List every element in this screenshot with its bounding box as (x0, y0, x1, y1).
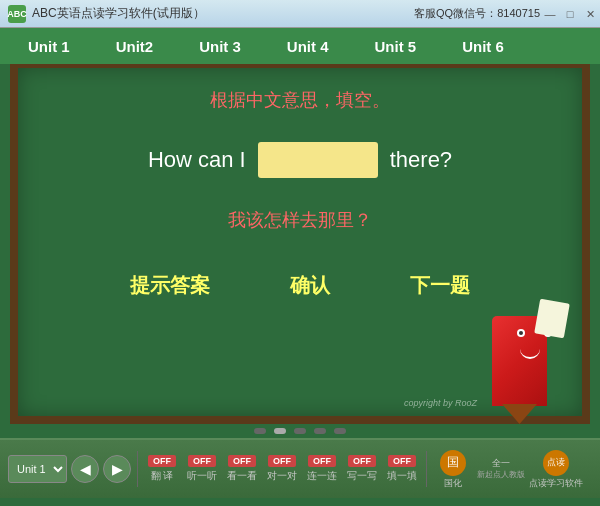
listen-button[interactable]: OFF 听一听 (184, 447, 220, 491)
translation-text: 我该怎样去那里？ (228, 208, 372, 232)
tab-unit6[interactable]: Unit 6 (454, 34, 512, 59)
look-toggle: OFF (228, 455, 256, 467)
next-button[interactable]: ▶ (103, 455, 131, 483)
minimize-button[interactable]: — (540, 0, 560, 28)
separator-2 (426, 451, 427, 487)
match-toggle: OFF (268, 455, 296, 467)
separator-1 (137, 451, 138, 487)
window-controls: — □ ✕ (540, 0, 600, 28)
app-logo: ABC (8, 5, 26, 23)
progress-dot-1 (254, 428, 266, 434)
progress-row (10, 424, 590, 438)
localize-label: 国化 (444, 478, 462, 489)
unit-selector[interactable]: Unit 1 Unit 2 Unit 3 Unit 4 Unit 5 Unit … (8, 455, 67, 483)
match-button[interactable]: OFF 对一对 (264, 447, 300, 491)
translate-label: 翻 译 (151, 469, 174, 483)
tab-unit4[interactable]: Unit 4 (279, 34, 337, 59)
sentence-before: How can I (148, 147, 246, 173)
translate-button[interactable]: OFF 翻 译 (144, 447, 180, 491)
confirm-button[interactable]: 确认 (290, 272, 330, 299)
maximize-button[interactable]: □ (560, 0, 580, 28)
app-icon: 点读 (543, 450, 569, 476)
textbook-label: 全一新起点人教版 (477, 458, 525, 480)
tab-unit3[interactable]: Unit 3 (191, 34, 249, 59)
look-label: 看一看 (227, 469, 257, 483)
progress-dot-4 (314, 428, 326, 434)
fill-label: 填一填 (387, 469, 417, 483)
write-toggle: OFF (348, 455, 376, 467)
blackboard: 根据中文意思，填空。 How can I there? 我该怎样去那里？ 提示答… (10, 64, 590, 424)
listen-label: 听一听 (187, 469, 217, 483)
listen-toggle: OFF (188, 455, 216, 467)
mascot (477, 286, 567, 406)
sentence-after: there? (390, 147, 452, 173)
prev-button[interactable]: ◀ (71, 455, 99, 483)
localize-icon: 国 (440, 450, 466, 476)
close-button[interactable]: ✕ (580, 0, 600, 28)
fill-toggle: OFF (388, 455, 416, 467)
fill-blank-input[interactable] (258, 142, 378, 178)
look-button[interactable]: OFF 看一看 (224, 447, 260, 491)
instruction-text: 根据中文意思，填空。 (210, 88, 390, 112)
progress-dot-2 (274, 428, 286, 434)
title-bar: ABC ABC英语点读学习软件(试用版） 客服QQ微信号：8140715 — □… (0, 0, 600, 28)
localize-button[interactable]: 国 国化 (433, 447, 473, 491)
action-buttons: 提示答案 确认 下一题 (130, 272, 470, 299)
app-button[interactable]: 点读 点读学习软件 (529, 447, 583, 491)
contact-info: 客服QQ微信号：8140715 (414, 6, 540, 21)
progress-dot-5 (334, 428, 346, 434)
nav-tabs: Unit 1 Unit2 Unit 3 Unit 4 Unit 5 Unit 6 (0, 28, 600, 64)
hint-button[interactable]: 提示答案 (130, 272, 210, 299)
match-label: 对一对 (267, 469, 297, 483)
progress-dot-3 (294, 428, 306, 434)
copyright-text: copyright by RooZ (404, 398, 477, 408)
app-title: ABC英语点读学习软件(试用版） (32, 5, 205, 22)
fill-button[interactable]: OFF 填一填 (384, 447, 420, 491)
write-button[interactable]: OFF 写一写 (344, 447, 380, 491)
connect-toggle: OFF (308, 455, 336, 467)
sentence-row: How can I there? (148, 142, 452, 178)
tab-unit5[interactable]: Unit 5 (367, 34, 425, 59)
write-label: 写一写 (347, 469, 377, 483)
connect-label: 连一连 (307, 469, 337, 483)
toolbar: Unit 1 Unit 2 Unit 3 Unit 4 Unit 5 Unit … (0, 438, 600, 498)
connect-button[interactable]: OFF 连一连 (304, 447, 340, 491)
translate-toggle: OFF (148, 455, 176, 467)
tab-unit1[interactable]: Unit 1 (20, 34, 78, 59)
next-button[interactable]: 下一题 (410, 272, 470, 299)
textbook-button[interactable]: 全一新起点人教版 (477, 447, 525, 491)
app-label: 点读学习软件 (529, 478, 583, 489)
tab-unit2[interactable]: Unit2 (108, 34, 162, 59)
